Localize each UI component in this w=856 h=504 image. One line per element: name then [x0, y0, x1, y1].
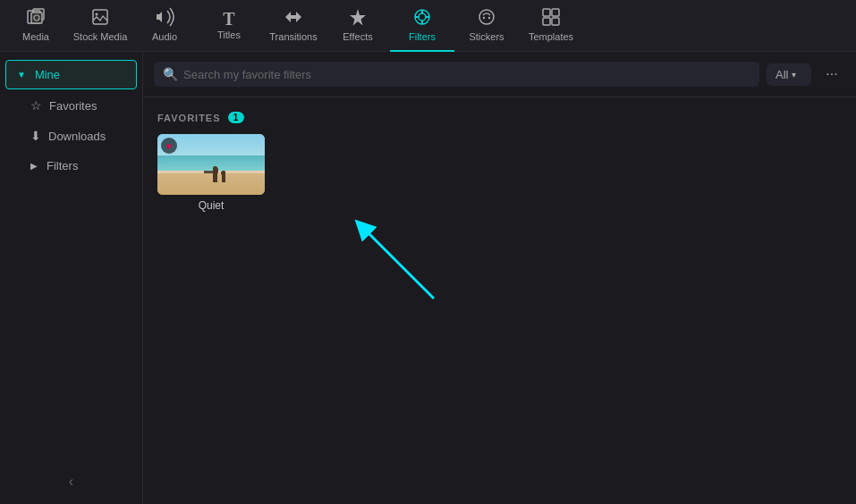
svg-rect-17: [552, 9, 559, 16]
svg-point-14: [483, 17, 485, 19]
favorites-count-badge: 1: [228, 112, 244, 123]
nav-item-templates[interactable]: Templates: [519, 0, 583, 52]
more-icon: ···: [826, 66, 837, 82]
filter-all-label: All: [775, 68, 788, 81]
svg-rect-18: [543, 18, 550, 25]
nav-label-media: Media: [22, 31, 49, 42]
nav-label-titles: Titles: [217, 29, 241, 40]
sidebar-item-downloads[interactable]: ⬇ Downloads: [5, 122, 137, 150]
sidebar-favorites-label: Favorites: [49, 99, 97, 113]
favorites-title: FAVORITES: [157, 113, 221, 123]
chevron-down-icon: ▾: [792, 70, 796, 80]
svg-point-13: [479, 10, 494, 24]
sidebar-item-filters[interactable]: ▶ Filters: [5, 152, 137, 180]
content-area: 🔍 All ▾ ··· FAVORITES 1: [143, 52, 856, 504]
sidebar-mine[interactable]: ▼ Mine: [5, 60, 137, 89]
svg-rect-4: [93, 10, 107, 24]
chevron-down-icon: ▼: [17, 70, 26, 80]
filters-icon: [412, 7, 432, 29]
search-input-wrap[interactable]: 🔍: [154, 62, 759, 87]
nav-item-stock-media[interactable]: Stock Media: [68, 0, 132, 52]
sidebar-filters-label: Filters: [47, 159, 78, 172]
nav-label-templates: Templates: [529, 31, 573, 42]
chevron-right-icon: ▶: [30, 161, 38, 171]
search-bar: 🔍 All ▾ ···: [143, 52, 856, 97]
nav-item-audio[interactable]: Audio: [132, 0, 197, 52]
effects-icon: [348, 7, 368, 29]
main-content: ▼ Mine ☆ Favorites ⬇ Downloads ▶ Filters…: [0, 52, 856, 504]
nav-item-media[interactable]: Media: [4, 0, 68, 52]
search-icon: 🔍: [163, 67, 178, 81]
nav-label-stickers: Stickers: [469, 31, 504, 42]
nav-item-transitions[interactable]: Transitions: [261, 0, 326, 52]
filter-grid: ♥ Quiet: [157, 134, 842, 212]
nav-label-filters: Filters: [409, 31, 436, 42]
stock-media-icon: [90, 7, 110, 29]
nav-item-effects[interactable]: Effects: [326, 0, 390, 52]
more-options-button[interactable]: ···: [818, 61, 845, 88]
filter-name-quiet: Quiet: [199, 199, 225, 212]
nav-label-effects: Effects: [343, 31, 372, 42]
svg-rect-2: [31, 13, 42, 23]
sidebar-mine-label: Mine: [35, 68, 60, 81]
filter-dropdown[interactable]: All ▾: [767, 63, 811, 86]
filter-card-quiet[interactable]: ♥ Quiet: [157, 134, 265, 212]
nav-label-stock-media: Stock Media: [73, 31, 128, 42]
titles-icon: T: [223, 10, 234, 28]
grid-area: FAVORITES 1: [143, 97, 856, 504]
svg-rect-16: [543, 9, 550, 16]
nav-label-transitions: Transitions: [269, 31, 317, 42]
svg-point-5: [96, 13, 98, 16]
download-icon: ⬇: [30, 129, 41, 143]
svg-line-21: [362, 227, 434, 298]
favorite-badge: ♥: [161, 138, 177, 154]
svg-point-8: [419, 13, 426, 21]
media-icon: [26, 7, 46, 29]
sidebar: ▼ Mine ☆ Favorites ⬇ Downloads ▶ Filters…: [0, 52, 143, 504]
star-icon: ☆: [30, 98, 42, 113]
svg-point-15: [488, 17, 490, 19]
arrow-annotation: [349, 214, 447, 312]
sidebar-item-favorites[interactable]: ☆ Favorites: [5, 91, 137, 120]
svg-marker-6: [350, 9, 366, 26]
svg-rect-19: [552, 18, 559, 25]
nav-label-audio: Audio: [152, 31, 177, 42]
transitions-icon: [284, 7, 303, 29]
stickers-icon: [477, 7, 496, 29]
search-input[interactable]: [183, 68, 750, 81]
audio-icon: [155, 7, 174, 29]
filter-thumbnail: ♥: [157, 134, 265, 195]
collapse-sidebar-button[interactable]: ‹: [0, 466, 142, 497]
favorites-section-header: FAVORITES 1: [157, 112, 842, 123]
templates-icon: [541, 7, 561, 29]
nav-item-stickers[interactable]: Stickers: [454, 0, 519, 52]
sidebar-downloads-label: Downloads: [48, 130, 106, 143]
nav-item-filters[interactable]: Filters: [390, 0, 454, 52]
collapse-icon: ‹: [69, 474, 73, 490]
top-nav: Media Stock Media Audio T Titles: [0, 0, 856, 52]
nav-item-titles[interactable]: T Titles: [197, 0, 261, 52]
